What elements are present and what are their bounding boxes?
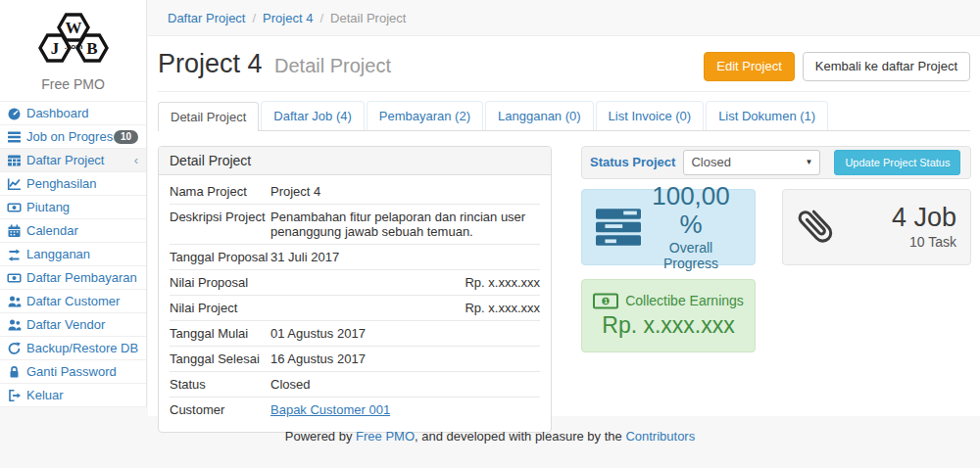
sidebar-item-calendar[interactable]: Calendar [0,219,146,243]
sidebar-item-daftar-customer[interactable]: Daftar Customer [0,290,146,313]
sidebar-item-label: Daftar Project [26,153,134,167]
sidebar-item-daftar-pembayaran[interactable]: Daftar Pembayaran [0,266,146,290]
earnings-label: Collectibe Earnings [625,293,744,308]
status-project-bar: Status Project Closed ▼ Update Project S… [581,146,971,179]
sidebar-item-label: Job on Progress [26,129,114,144]
sign-out-icon [7,389,22,402]
free-pmo-link[interactable]: Free PMO [356,429,415,444]
breadcrumb-separator: / [252,11,256,25]
retweet-icon [7,248,22,261]
brand-name: Free PMO [0,76,146,92]
earnings-value: Rp. x.xxx.xxx [592,312,745,339]
detail-project-panel: Detail Project Nama Project Project 4 De… [158,146,552,433]
status-select[interactable]: Closed ▼ [683,150,820,175]
jwb-logo-icon: J W B .com [28,8,119,70]
breadcrumb: Daftar Project / Project 4 / Detail Proj… [148,0,980,36]
row-label: Nama Project [170,184,270,199]
sidebar-item-label: Calendar [26,223,138,238]
sidebar-item-daftar-vendor[interactable]: Daftar Vendor [0,313,146,337]
sidebar-item-dashboard[interactable]: Dashboard [0,102,146,125]
calendar-icon [7,224,22,238]
sidebar-item-keluar[interactable]: Keluar [0,384,146,407]
table-row: Nilai Proposal Rp. x.xxx.xxx [170,270,540,296]
logo-letter-b: B [86,39,97,58]
table-row: Tanggal Mulai 01 Agustus 2017 [170,321,540,347]
sidebar-item-label: Piutang [26,200,138,214]
row-value: 31 Juli 2017 [270,250,540,264]
tab-langganan[interactable]: Langganan (0) [485,101,594,130]
table-row: Nilai Project Rp. x.xxx.xxx [170,296,540,321]
sidebar-item-piutang[interactable]: Piutang [0,196,146,219]
breadcrumb-current: Detail Project [330,11,406,25]
sidebar-item-label: Ganti Password [26,364,138,379]
sidebar-item-label: Penghasilan [26,176,138,191]
row-value: Penambahan fitur pelaporan dan rincian u… [270,210,540,239]
sidebar-item-label: Backup/Restore DB [26,341,138,355]
row-label: Nilai Proposal [170,275,270,290]
lock-icon [7,365,22,379]
status-project-label: Status Project [590,155,675,169]
money-icon [7,271,22,285]
job-summary-card: 4 Job 10 Task [782,189,971,265]
collectible-earnings-card: 1 Collectibe Earnings Rp. x.xxx.xxx [581,279,756,352]
sidebar-item-penghasilan[interactable]: Penghasilan [0,172,146,196]
sidebar-item-label: Dashboard [26,106,138,120]
row-value: Rp. x.xxx.xxx [270,275,540,290]
table-row: Nama Project Project 4 [170,179,540,205]
table-row: Status Closed [170,372,540,398]
dashboard-icon [7,107,22,120]
tab-daftar-job[interactable]: Daftar Job (4) [261,101,364,130]
update-project-status-button[interactable]: Update Project Status [834,150,960,175]
tab-list-invoice[interactable]: List Invoice (0) [596,101,705,130]
row-value: 01 Agustus 2017 [270,326,540,341]
money-icon: 1 [593,293,618,309]
tab-bar: Detail Project Daftar Job (4) Pembayaran… [158,101,970,131]
sidebar-item-job-on-progress[interactable]: Job on Progress 10 [0,125,146,149]
page-title: Project 4 [158,49,263,78]
tasks-icon [7,130,22,144]
chevron-left-icon: ‹ [134,154,138,166]
row-label: Tanggal Mulai [170,326,270,341]
users-icon [7,318,22,332]
tab-pembayaran[interactable]: Pembayaran (2) [367,101,483,130]
footer-text: , and developed with pleasure by the [415,429,625,444]
footer-text: Powered by [285,429,356,444]
breadcrumb-project-4[interactable]: Project 4 [263,11,313,25]
sidebar-item-daftar-project[interactable]: Daftar Project ‹ [0,149,146,172]
sidebar-item-ganti-password[interactable]: Ganti Password [0,360,146,384]
tab-detail-project[interactable]: Detail Project [158,102,259,131]
contributors-link[interactable]: Contributors [625,429,695,444]
sidebar-item-label: Daftar Pembayaran [26,270,138,285]
page-header: Project 4 Detail Project Edit Project Ke… [158,49,970,81]
sidebar-item-backup-restore[interactable]: Backup/Restore DB [0,337,146,360]
panel-title: Detail Project [159,147,551,175]
sidebar-item-langganan[interactable]: Langganan [0,243,146,266]
sidebar-item-label: Daftar Customer [26,294,138,308]
table-row: Tanggal Proposal 31 Juli 2017 [170,245,540,270]
progress-label: Overall Progress [641,240,741,271]
logo-letter-w: W [65,19,81,37]
row-label: Nilai Project [170,301,270,315]
customer-link[interactable]: Bapak Customer 001 [270,402,390,417]
edit-project-button[interactable]: Edit Project [704,52,794,81]
table-row: Customer Bapak Customer 001 [170,398,540,422]
task-count: 10 Task [838,234,956,250]
sidebar: J W B .com Free PMO Dashboard Job on Pro… [0,0,147,407]
breadcrumb-daftar-project[interactable]: Daftar Project [168,11,245,25]
sidebar-menu: Dashboard Job on Progress 10 Daftar Proj… [0,101,146,407]
table-row: Tanggal Selesai 16 Agustus 2017 [170,347,540,372]
tasks-icon [596,209,641,246]
tab-list-dokumen[interactable]: List Dokumen (1) [706,101,828,130]
overall-progress-card: 100,00 % Overall Progress [581,189,756,265]
caret-down-icon: ▼ [806,158,813,166]
line-chart-icon [7,177,22,191]
header-divider [158,91,970,92]
row-label: Status [170,377,270,392]
right-column: Status Project Closed ▼ Update Project S… [581,146,971,352]
back-to-list-button[interactable]: Kembali ke daftar Project [803,52,970,81]
main-content: Daftar Project / Project 4 / Detail Proj… [148,0,980,416]
sidebar-item-label: Langganan [26,247,138,261]
users-icon [7,295,22,308]
progress-value: 100,00 % [641,182,741,238]
page-subtitle: Detail Project [274,55,391,76]
